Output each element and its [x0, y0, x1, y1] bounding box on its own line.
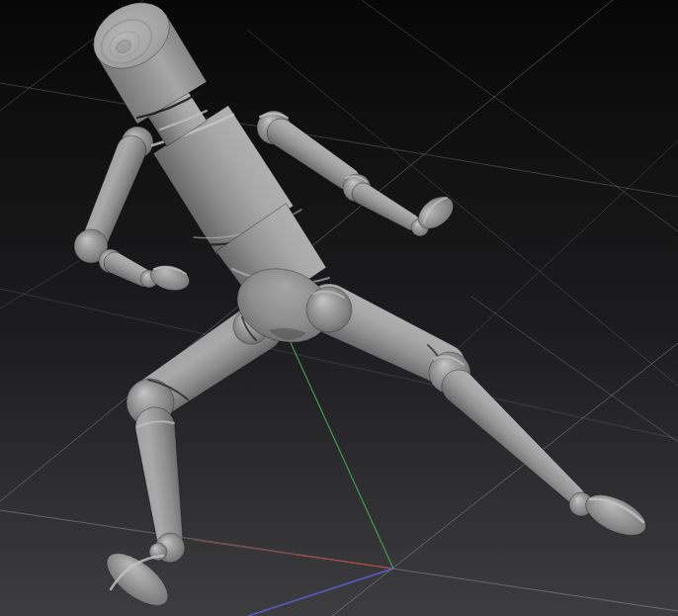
- right-foot-surface: [579, 486, 651, 544]
- scene-canvas[interactable]: [0, 0, 678, 616]
- x-axis-line: [297, 555, 393, 569]
- left-shin-surface: [133, 405, 192, 556]
- right-shin[interactable]: [435, 363, 594, 515]
- grid-line-5: [362, 0, 678, 231]
- left-hand-surface: [148, 262, 193, 295]
- right-shin-surface: [435, 363, 594, 515]
- x-axis-line-far: [194, 540, 297, 555]
- grid-line-8: [440, 140, 678, 366]
- z-axis-line: [248, 569, 393, 616]
- mannequin-figure[interactable]: [74, 0, 652, 615]
- grid-line-10: [0, 261, 79, 308]
- right-foot[interactable]: [579, 486, 651, 544]
- viewport-3d[interactable]: [0, 0, 678, 616]
- grid-line-3: [332, 343, 678, 616]
- left-shin[interactable]: [133, 405, 192, 556]
- left-hand[interactable]: [148, 262, 193, 295]
